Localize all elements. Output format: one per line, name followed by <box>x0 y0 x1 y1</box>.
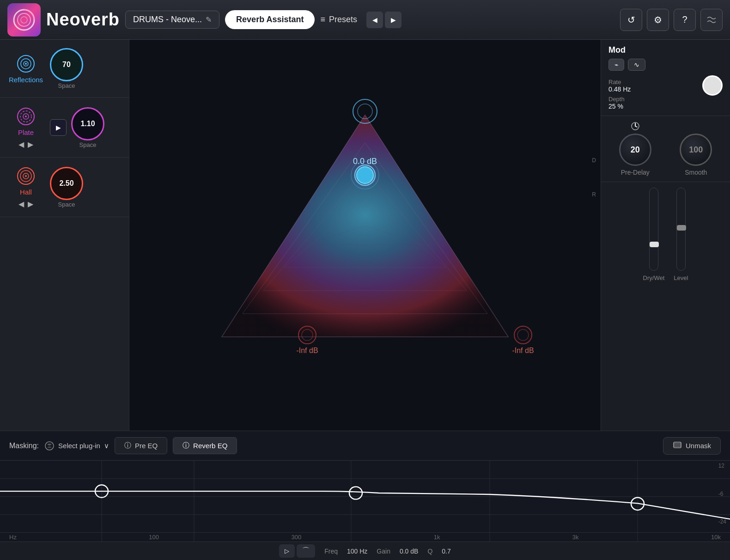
level-slider-thumb[interactable] <box>677 225 686 231</box>
predelay-section: 20 Pre-Delay <box>608 122 662 176</box>
eq-canvas: 12 -6 -24 Hz 100 300 1k 3k 10k <box>0 461 730 542</box>
eq-mode-btn-1[interactable]: ▷ <box>279 544 295 558</box>
reflections-knob-container: 70 Space <box>50 48 83 89</box>
plate-knob-container: 1.10 Space <box>71 107 104 148</box>
drywet-slider-thumb[interactable] <box>650 242 659 247</box>
hall-icon-container: Hall ◀ ▶ <box>7 166 44 208</box>
eq-x-label-300: 300 <box>292 534 302 541</box>
hall-label: Hall <box>20 188 32 196</box>
level-slider-col: Level <box>674 188 688 425</box>
plate-next-button[interactable]: ▶ <box>28 140 33 149</box>
svg-marker-16 <box>222 115 508 337</box>
svg-text:-Inf  dB: -Inf dB <box>512 347 534 354</box>
level-label: Level <box>674 274 688 281</box>
midi-button[interactable] <box>700 9 723 31</box>
plate-knob[interactable]: 1.10 <box>71 107 104 140</box>
presets-button[interactable]: ≡ Presets <box>320 15 357 24</box>
eq-toolbar: Masking: Select plug-in ∨ ⓘ Pre EQ ⓘ Rev… <box>0 431 730 461</box>
eq-curve-svg <box>0 461 730 542</box>
preset-name-button[interactable]: DRUMS - Neove... ✎ <box>125 11 219 29</box>
reflections-section: Reflections 70 Space <box>0 40 129 98</box>
smooth-label: Smooth <box>685 169 707 176</box>
svg-text:-Inf  dB: -Inf dB <box>296 347 318 354</box>
nav-arrows: ◀ ▶ <box>366 12 402 28</box>
hall-knob-label: Space <box>58 201 75 208</box>
eq-y-label-neg24: -24 <box>718 518 726 525</box>
plate-prev-button[interactable]: ◀ <box>18 140 24 149</box>
reflections-label: Reflections <box>9 76 43 84</box>
masking-plugin-select[interactable]: Select plug-in ∨ <box>44 441 109 451</box>
app-name: Neoverb <box>46 10 120 30</box>
help-button[interactable]: ? <box>674 9 696 31</box>
svg-point-25 <box>357 167 373 183</box>
svg-marker-19 <box>263 170 467 291</box>
drywet-slider-track[interactable] <box>649 188 658 271</box>
nav-prev-button[interactable]: ◀ <box>366 12 383 28</box>
plate-icon <box>16 106 36 127</box>
hall-knob-container: 2.50 Space <box>50 167 83 208</box>
main-content: Reflections 70 Space Plate ◀ <box>0 40 730 431</box>
app-logo <box>7 3 41 37</box>
smooth-knob[interactable]: 100 <box>680 134 712 166</box>
svg-marker-18 <box>243 143 487 314</box>
nav-next-button[interactable]: ▶ <box>385 12 402 28</box>
mod-buttons: ⌁ ∿ <box>608 59 723 71</box>
eq-x-labels: Hz 100 300 1k 3k 10k <box>0 534 730 541</box>
svg-point-1 <box>18 13 30 26</box>
svg-text:0.0 dB: 0.0 dB <box>353 157 377 166</box>
reverb-eq-info-icon: ⓘ <box>182 441 189 450</box>
preset-name-text: DRUMS - Neove... <box>133 15 202 24</box>
plate-knob-label: Space <box>79 141 97 148</box>
reset-button[interactable]: ↺ <box>620 9 642 31</box>
presets-icon: ≡ <box>320 15 325 24</box>
dropdown-chevron-icon: ∨ <box>104 442 109 450</box>
mod-btn-1[interactable]: ⌁ <box>608 59 624 71</box>
drywet-slider-col: Dry/Wet <box>643 188 665 425</box>
unmask-button[interactable]: Unmask <box>663 437 721 455</box>
eq-gain-label: Gain <box>377 548 390 555</box>
rate-value: 0.48 Hz <box>608 85 631 93</box>
pre-eq-tab[interactable]: ⓘ Pre EQ <box>115 437 167 454</box>
svg-point-2 <box>21 17 27 23</box>
svg-point-22 <box>353 99 377 123</box>
plate-expand-button[interactable]: ▶ <box>50 119 67 136</box>
right-panel: Mod ⌁ ∿ Rate 0.48 Hz Depth 25 % <box>601 40 730 431</box>
svg-point-14 <box>25 175 27 177</box>
plate-section: Plate ◀ ▶ ▶ 1.10 Space <box>0 98 129 158</box>
unmask-icon <box>673 441 682 450</box>
reverb-assistant-button[interactable]: Reverb Assistant <box>225 10 315 29</box>
bottom-panel: Masking: Select plug-in ∨ ⓘ Pre EQ ⓘ Rev… <box>0 431 730 560</box>
eq-x-label-100: 100 <box>149 534 159 541</box>
eq-bottom-bar: ▷ ⌒ Freq 100 Hz Gain 0.0 dB Q 0.7 <box>0 542 730 560</box>
level-slider-track[interactable] <box>676 188 686 271</box>
hall-knob[interactable]: 2.50 <box>50 167 83 200</box>
svg-point-32 <box>514 326 532 344</box>
svg-point-10 <box>25 116 27 117</box>
rate-label: Rate <box>608 79 631 85</box>
eq-x-label-3k: 3k <box>572 534 579 541</box>
predelay-label: Pre-Delay <box>621 169 650 176</box>
hall-nav: ◀ ▶ <box>18 200 33 208</box>
svg-point-33 <box>517 329 529 341</box>
mod-depth-knob[interactable] <box>702 75 723 96</box>
reflections-knob[interactable]: 70 <box>50 48 83 81</box>
svg-marker-20 <box>284 198 446 268</box>
svg-point-36 <box>45 442 54 450</box>
predelay-knob[interactable]: 20 <box>619 134 651 166</box>
svg-point-26 <box>355 165 375 185</box>
eq-q-label: Q <box>427 548 432 555</box>
mod-btn-2[interactable]: ∿ <box>628 59 645 71</box>
drywet-label: Dry/Wet <box>643 274 665 281</box>
hall-next-button[interactable]: ▶ <box>28 200 33 208</box>
reflections-icon-container: Reflections <box>7 54 44 84</box>
eq-freq-label: Freq <box>324 548 338 555</box>
predelay-smooth-row: 20 Pre-Delay 100 Smooth <box>601 116 730 182</box>
hall-prev-button[interactable]: ◀ <box>18 200 24 208</box>
svg-point-30 <box>302 329 313 341</box>
reverb-eq-tab[interactable]: ⓘ Reverb EQ <box>173 437 237 454</box>
depth-value: 25 % <box>608 103 723 110</box>
settings-button[interactable]: ⚙ <box>647 9 669 31</box>
hall-icon <box>16 166 36 186</box>
eq-mode-btn-2[interactable]: ⌒ <box>297 544 315 558</box>
eq-freq-value: 100 Hz <box>347 548 367 555</box>
